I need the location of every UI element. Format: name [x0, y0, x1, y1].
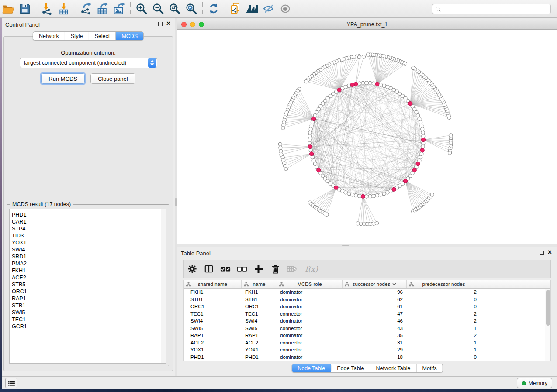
mcds-result-item[interactable]: SWI4	[10, 246, 166, 253]
table-cell: FKH1	[184, 289, 242, 295]
mcds-result-item[interactable]: SWI5	[10, 309, 166, 316]
gear-icon[interactable]	[184, 261, 201, 277]
mcds-result-item[interactable]: PHD1	[10, 209, 166, 218]
tab-network[interactable]: Network	[33, 32, 65, 40]
select-all-checkbox-icon[interactable]	[217, 261, 234, 277]
splitter-grip[interactable]	[342, 245, 349, 246]
column-header-MCDS-role[interactable]: MCDS role	[277, 280, 343, 288]
control-panel-title: Control Panel	[5, 21, 40, 28]
network-window: YPA_prune.txt_1	[177, 18, 557, 244]
show-all-icon[interactable]	[277, 1, 294, 16]
columns-icon[interactable]	[201, 261, 217, 277]
column-header-successor-nodes[interactable]: successor nodes	[343, 280, 407, 288]
mcds-result-item[interactable]: STB5	[10, 281, 166, 288]
table-cell: 0	[407, 354, 481, 360]
zoom-fit-icon[interactable]	[166, 1, 183, 16]
column-header-predecessor-nodes[interactable]: predecessor nodes	[407, 280, 481, 288]
table-cell: 0	[407, 297, 481, 302]
zoom-in-icon[interactable]	[133, 1, 150, 16]
task-history-button[interactable]	[5, 378, 17, 388]
network-window-titlebar[interactable]: YPA_prune.txt_1	[177, 20, 557, 30]
table-cell: 47	[343, 311, 407, 316]
import-table-icon[interactable]	[55, 1, 72, 16]
column-header-name[interactable]: name	[242, 280, 277, 288]
close-panel-icon[interactable]: ×	[548, 248, 552, 257]
tab-node-table[interactable]: Node Table	[292, 364, 331, 372]
export-network-icon[interactable]	[78, 1, 94, 16]
export-table-icon[interactable]	[94, 1, 111, 16]
open-session-icon[interactable]	[0, 1, 17, 16]
network-canvas[interactable]	[177, 30, 557, 244]
table-row[interactable]: RAP1RAP1dominator352	[184, 332, 550, 339]
splitter-grip[interactable]	[175, 198, 177, 206]
search-input[interactable]	[443, 6, 548, 12]
mcds-result-item[interactable]: PMA2	[10, 260, 166, 267]
table-row[interactable]: PHD1PHD1dominator180	[184, 354, 550, 361]
table-cell: 2	[407, 318, 481, 323]
table-cell: dominator	[277, 333, 343, 338]
table-row[interactable]: YOX1YOX1connector291	[184, 346, 550, 354]
deselect-all-checkbox-icon[interactable]	[234, 261, 250, 277]
zoom-selected-icon[interactable]	[183, 1, 200, 16]
mcds-result-item[interactable]: STP4	[10, 225, 166, 232]
criterion-select[interactable]: largest connected component (undirected)	[20, 58, 157, 68]
tab-mcds[interactable]: MCDS	[116, 32, 143, 40]
mcds-result-item[interactable]: RAP1	[10, 295, 166, 302]
tab-network-table[interactable]: Network Table	[370, 364, 417, 372]
close-panel-button[interactable]: Close panel	[90, 73, 135, 84]
select-stepper-icon	[148, 58, 156, 68]
node-table: shared namenameMCDS rolesuccessor nodesp…	[183, 280, 551, 361]
toolbar-separator	[225, 2, 225, 15]
binoculars-icon[interactable]	[244, 1, 261, 16]
mcds-result-item[interactable]: SRD1	[10, 253, 166, 260]
table-row[interactable]: ACE2ACE2connector311	[184, 339, 550, 347]
table-cell: SWI4	[242, 318, 277, 323]
table-cell: SWI4	[184, 318, 242, 323]
table-cell: 2	[407, 333, 481, 338]
mcds-list-scrollbar[interactable]	[161, 209, 166, 363]
float-panel-icon[interactable]	[540, 251, 544, 255]
run-mcds-button[interactable]: Run MCDS	[41, 73, 85, 84]
zoom-out-icon[interactable]	[150, 1, 166, 16]
close-panel-icon[interactable]: ×	[166, 19, 170, 28]
memory-button[interactable]: Memory	[517, 378, 552, 388]
tab-motifs[interactable]: Motifs	[416, 364, 442, 372]
table-row[interactable]: SWI4SWI4dominator462	[184, 317, 550, 325]
add-icon[interactable]	[250, 261, 267, 277]
tab-style[interactable]: Style	[65, 32, 89, 40]
table-cell: STB1	[242, 297, 277, 302]
column-header-shared-name[interactable]: shared name	[184, 280, 242, 288]
table-row[interactable]: STB1STB1dominator620	[184, 296, 550, 303]
hide-selected-icon[interactable]	[261, 1, 277, 16]
table-cell: ORC1	[184, 304, 242, 309]
table-scrollbar[interactable]	[545, 289, 550, 361]
table-row[interactable]: TEC1TEC1connector472	[184, 310, 550, 318]
save-session-icon[interactable]	[17, 1, 33, 16]
mcds-result-item[interactable]: YOX1	[10, 239, 166, 246]
clone-network-icon[interactable]	[228, 1, 244, 16]
table-row[interactable]: ORC1ORC1dominator610	[184, 303, 550, 310]
table-cell: 31	[343, 340, 407, 345]
mcds-result-item[interactable]: FKH1	[10, 267, 166, 274]
trash-icon[interactable]	[267, 261, 284, 277]
tab-select[interactable]: Select	[89, 32, 116, 40]
tab-edge-table[interactable]: Edge Table	[331, 364, 370, 372]
table-row[interactable]: FKH1FKH1dominator962	[184, 289, 550, 296]
apply-layout-icon[interactable]	[205, 1, 222, 16]
search-icon	[435, 6, 441, 12]
mcds-result-item[interactable]: STB1	[10, 302, 166, 309]
float-panel-icon[interactable]	[158, 22, 163, 26]
import-network-icon[interactable]	[39, 1, 55, 16]
mcds-result-item[interactable]: TEC1	[10, 316, 166, 323]
mcds-buttons-row: Run MCDS Close panel	[4, 73, 173, 84]
mcds-result-item[interactable]: ACE2	[10, 274, 166, 281]
control-panel: Control Panel × NetworkStyleSelectMCDS O…	[2, 18, 175, 376]
mcds-result-item[interactable]: CAR1	[10, 218, 166, 225]
table-scrollbar-thumb[interactable]	[546, 290, 550, 326]
mcds-result-item[interactable]: TID3	[10, 232, 166, 239]
table-row[interactable]: SWI5SWI5connector431	[184, 325, 550, 332]
mcds-result-item[interactable]: GCR1	[10, 323, 166, 330]
export-image-icon[interactable]	[111, 1, 128, 16]
table-cell: 2	[407, 289, 481, 295]
mcds-result-item[interactable]: ORC1	[10, 288, 166, 295]
